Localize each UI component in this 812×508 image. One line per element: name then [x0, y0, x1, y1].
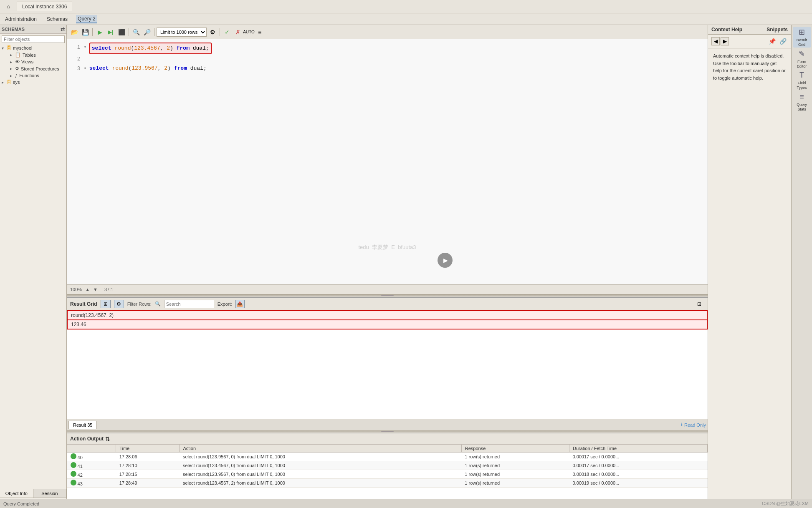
editor-line-3: 3 • select round(123.9567, 2) from dual;: [70, 64, 704, 73]
menu-bar: Administration Schemas Query 2: [0, 13, 812, 25]
toolbar-limit-settings[interactable]: ⚙: [207, 27, 218, 37]
menu-schemas[interactable]: Schemas: [45, 15, 69, 23]
result-grid-label[interactable]: Result Grid: [70, 301, 97, 307]
editor-status-bar: 100% ▲ ▼ 37:1: [67, 284, 708, 294]
menu-query2[interactable]: Query 2: [76, 15, 97, 23]
play-button[interactable]: [438, 253, 453, 268]
icon-result-grid[interactable]: ⊞ ResultGrid: [793, 27, 811, 48]
zoom-up-icon[interactable]: ▲: [85, 287, 90, 292]
toolbar-sep1: [92, 28, 93, 36]
tree-views[interactable]: ▸ 👁 Views: [8, 58, 66, 65]
sp-label: Stored Procedures: [21, 66, 59, 71]
status-ok-icon: [71, 480, 76, 485]
tree-sys[interactable]: ▸ 🗄 sys: [0, 79, 66, 86]
title-bar: ⌂ Local Instance 3306: [0, 0, 812, 13]
sp-icon: ⚙: [15, 66, 19, 71]
views-label: Views: [21, 59, 33, 64]
context-help-panel: Context Help Snippets ◀ ▶ 📌 🔗 Automatic …: [708, 25, 791, 508]
tree-functions[interactable]: ▸ ƒ Functions: [8, 72, 66, 79]
toolbar-save[interactable]: 💾: [80, 27, 90, 37]
help-icon-2[interactable]: 🔗: [778, 36, 788, 46]
toolbar-execute[interactable]: ▶: [95, 27, 105, 37]
fn-label: Functions: [19, 73, 39, 78]
help-icons: 📌 🔗: [767, 36, 788, 46]
icon-field-types[interactable]: T FieldTypes: [793, 70, 811, 91]
line-3-content: select round(123.9567, 2) from dual;: [89, 64, 207, 73]
toolbar-sep3: [154, 28, 154, 36]
row-time: 17:28:06: [116, 453, 180, 461]
field-types-icon-label: FieldTypes: [797, 81, 807, 90]
toolbar-stop[interactable]: ⬛: [116, 27, 126, 37]
read-only-label: Read Only: [684, 422, 706, 428]
tree-myschool-children: ▸ 📋 Tables ▸ 👁 Views ▸ ⚙ Stored Procedur…: [0, 51, 66, 79]
nav-prev[interactable]: ◀: [711, 37, 720, 45]
zoom-down-icon[interactable]: ▼: [93, 287, 98, 292]
row-response: 1 row(s) returned: [461, 461, 569, 470]
result-expand-icon[interactable]: ⊡: [694, 300, 704, 308]
icon-query-stats[interactable]: ≡ QueryStats: [793, 92, 811, 113]
tab-session[interactable]: Session: [33, 489, 67, 498]
action-header: Action Output ⇅: [67, 433, 708, 444]
row-action: select round(123.4567, 2) from dual LIMI…: [180, 479, 461, 488]
toolbar-rollback[interactable]: ✗: [233, 27, 243, 37]
home-icon[interactable]: ⌂: [3, 2, 13, 12]
nav-next[interactable]: ▶: [721, 37, 729, 45]
toolbar-format[interactable]: ≡: [255, 27, 265, 37]
schemas-label: SCHEMAS: [2, 27, 25, 32]
toolbar-explain[interactable]: 🔍: [131, 27, 141, 37]
search-icon: 🔍: [155, 301, 161, 307]
schemas-header: SCHEMAS ⇄: [0, 25, 66, 34]
limit-select[interactable]: Limit to 1000 rows: [157, 28, 207, 37]
action-sort-icon[interactable]: ⇅: [105, 435, 110, 442]
instance-tab[interactable]: Local Instance 3306: [17, 2, 72, 11]
line-1-content: select round(123.4567, 2) from dual;: [89, 43, 212, 54]
line-dot-3: •: [83, 64, 87, 73]
fn-round: round: [114, 45, 131, 51]
filter-input[interactable]: [2, 35, 65, 43]
result-grid-settings[interactable]: ⚙: [114, 300, 124, 308]
line-num-2: 2: [70, 54, 80, 64]
tree-myschool[interactable]: ▾ 🗄 myschool: [0, 45, 66, 51]
kw-select-3: select: [89, 65, 109, 71]
tree-tables[interactable]: ▸ 📋 Tables: [8, 51, 66, 58]
query-editor[interactable]: 1 • select round(123.4567, 2) from dual;: [67, 39, 708, 284]
zoom-level: 100%: [70, 287, 82, 292]
toolbar-search[interactable]: 🔎: [142, 27, 152, 37]
row-status: 43: [67, 479, 116, 488]
toolbar-execute-line[interactable]: ▶|: [106, 27, 116, 37]
toolbar-commit[interactable]: ✓: [222, 27, 232, 37]
menu-administration[interactable]: Administration: [3, 15, 38, 23]
row-time: 17:28:15: [116, 470, 180, 479]
punc2: ,: [160, 45, 167, 51]
nav-arrows: ◀ ▶: [711, 37, 729, 45]
table-dual: dual: [193, 45, 206, 51]
right-icon-panel: ⊞ ResultGrid ✎ FormEditor T FieldTypes ≡…: [791, 25, 812, 508]
toolbar-auto[interactable]: AUTO: [244, 27, 254, 37]
help-icon-1[interactable]: 📌: [767, 36, 777, 46]
query-status: Query Completed: [3, 501, 39, 506]
fn-icon: ƒ: [15, 73, 18, 78]
export-btn-icon[interactable]: 📤: [235, 300, 245, 308]
result-tab-35[interactable]: Result 35: [68, 421, 97, 429]
schemas-toggle-icon[interactable]: ⇄: [61, 26, 65, 32]
editor-content: 1 • select round(123.4567, 2) from dual;: [67, 39, 708, 77]
right-panel-header: Context Help Snippets: [708, 25, 791, 35]
toolbar-sep2: [129, 28, 129, 36]
tab-object-info[interactable]: Object Info: [0, 489, 33, 498]
icon-form-editor[interactable]: ✎ FormEditor: [793, 48, 811, 69]
num2: 2: [167, 45, 170, 51]
toolbar-open[interactable]: 📂: [69, 27, 79, 37]
expand-icon: ▸: [2, 80, 7, 85]
filter-rows-input[interactable]: [164, 300, 214, 308]
form-editor-icon-symbol: ✎: [799, 49, 805, 58]
form-editor-icon-label: FormEditor: [797, 60, 807, 69]
tree-stored-procedures[interactable]: ▸ ⚙ Stored Procedures: [8, 65, 66, 72]
result-col-header: round(123.4567, 2): [67, 311, 707, 320]
expand-icon: ▸: [10, 73, 15, 78]
expand-icon: ▸: [10, 66, 15, 71]
row-time: 17:28:10: [116, 461, 180, 470]
result-grid-toggle[interactable]: ⊞: [101, 300, 111, 308]
row-response: 1 row(s) returned: [461, 470, 569, 479]
row-duration: 0.00019 sec / 0.0000...: [569, 479, 707, 488]
separator-handle: [381, 295, 394, 296]
